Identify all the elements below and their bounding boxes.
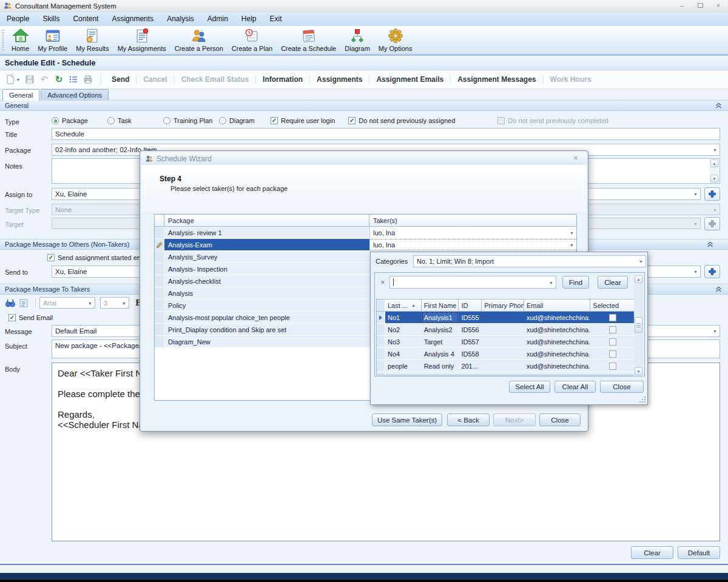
maximize-button[interactable] <box>698 3 703 8</box>
title-input[interactable]: Schedule <box>52 128 720 140</box>
type-radio[interactable]: Package <box>52 117 107 124</box>
find-button[interactable]: Find <box>562 276 589 289</box>
toolbar-create-person[interactable]: Create a Person <box>170 26 228 52</box>
menu-item[interactable]: Admin <box>201 12 235 26</box>
chevron-down-icon[interactable]: ▼ <box>639 259 643 264</box>
edit-toolbar-button[interactable]: Check Email Status <box>174 75 255 84</box>
use-same-takers-button[interactable]: Use Same Taker(s) <box>372 413 442 426</box>
takers-column-header[interactable]: Taker(s) <box>369 215 576 227</box>
person-row[interactable]: No2 Analysis2 ID556 xud@shinetechchina..… <box>377 324 635 336</box>
chevron-down-icon[interactable]: ▼ <box>549 280 553 284</box>
edit-toolbar-button[interactable]: Information <box>255 75 309 84</box>
package-column-header[interactable]: Package <box>164 215 369 227</box>
assign-to-add-button[interactable] <box>704 187 720 201</box>
menu-item[interactable]: Help <box>235 12 263 26</box>
close-button[interactable]: × <box>713 1 723 10</box>
new-document-icon[interactable] <box>5 74 16 85</box>
clear-all-button[interactable]: Clear All <box>554 381 596 393</box>
find-binoculars-icon[interactable] <box>5 298 16 309</box>
first-name-column-header[interactable]: First Name <box>422 299 459 312</box>
send-to-add-button[interactable] <box>704 265 720 278</box>
person-row[interactable]: Siyun Li... Li... qq Liuyun@163.com <box>377 372 635 375</box>
scroll-down-icon[interactable]: ▼ <box>635 367 642 375</box>
toolbar-my-results[interactable]: My Results <box>72 26 113 52</box>
option-checkbox[interactable]: Do not send previously assigned <box>348 117 455 124</box>
categories-dropdown[interactable]: No. 1; Limit; Win 8; Import ▼ <box>413 255 646 267</box>
edit-toolbar-button[interactable]: Work Hours <box>543 75 598 84</box>
chevron-down-icon[interactable]: ▼ <box>693 192 698 196</box>
grid-scrollbar[interactable]: ▲ ▼ <box>634 275 643 375</box>
toolbar-home[interactable]: Home <box>7 26 33 52</box>
menu-item[interactable]: Skills <box>36 12 66 26</box>
option-checkbox[interactable]: Require user login <box>271 117 335 124</box>
edit-toolbar-button[interactable]: Assignment Messages <box>450 75 542 84</box>
scrollbar-thumb[interactable] <box>635 317 642 333</box>
chevron-down-icon[interactable]: ▼ <box>713 148 717 152</box>
wizard-close-icon[interactable]: × <box>571 154 581 163</box>
taker-combo[interactable]: luo, Ina ▼ <box>369 227 576 238</box>
details-list-icon[interactable] <box>68 74 79 85</box>
edit-toolbar-button[interactable]: Send <box>105 75 136 84</box>
person-row[interactable]: people Read only 201... xud@shinetechchi… <box>377 360 635 372</box>
send-email-checkbox[interactable]: Send Email <box>8 314 53 321</box>
email-column-header[interactable]: Email <box>524 299 590 312</box>
tab[interactable]: Advanced Options <box>41 89 109 101</box>
menu-item[interactable]: Exit <box>263 12 289 26</box>
scroll-up-icon[interactable]: ▲ <box>710 159 718 167</box>
menu-item[interactable]: People <box>0 12 36 26</box>
selected-cell[interactable] <box>590 348 635 360</box>
collapse-chevron-icon[interactable] <box>707 241 713 248</box>
edit-toolbar-button[interactable]: Cancel <box>136 75 174 84</box>
selected-cell[interactable] <box>590 312 635 323</box>
resize-grip[interactable] <box>639 396 645 403</box>
default-button[interactable]: Default <box>678 546 720 559</box>
chevron-down-icon[interactable]: ▼ <box>713 329 717 333</box>
picker-close-button[interactable]: Close <box>600 381 644 393</box>
new-document-caret-icon[interactable]: ▼ <box>16 74 21 85</box>
refresh-icon[interactable]: ↻ <box>53 74 64 85</box>
selected-cell[interactable] <box>590 324 635 335</box>
person-row[interactable]: No3 Target ID557 xud@shinetechchina... <box>377 336 635 348</box>
close-find-icon[interactable]: × <box>379 278 387 287</box>
send-started-email-checkbox[interactable]: Send assignment started email <box>47 254 149 261</box>
search-clear-button[interactable]: Clear <box>598 276 628 289</box>
taker-cell[interactable]: luo, Ina ▼ <box>369 239 576 250</box>
toolbar-diagram[interactable]: Diagram <box>340 26 374 52</box>
toolbar-create-plan[interactable]: Create a Plan <box>228 26 277 52</box>
selected-column-header[interactable]: Selected <box>590 299 635 312</box>
type-radio[interactable]: Task <box>107 117 163 124</box>
minimize-button[interactable]: – <box>677 1 687 10</box>
toolbar-my-profile[interactable]: My Profile <box>33 26 72 52</box>
select-all-button[interactable]: Select All <box>509 381 550 393</box>
edit-toolbar-button[interactable]: Assignment Emails <box>369 75 450 84</box>
wizard-package-row[interactable]: Analysis- review 1 luo, Ina ▼ <box>155 227 576 239</box>
insert-field-icon[interactable] <box>18 298 29 309</box>
phone-column-header[interactable]: Primary Phone <box>482 299 524 312</box>
back-button[interactable]: < Back <box>447 413 490 426</box>
edit-toolbar-button[interactable]: Assignments <box>309 75 369 84</box>
menu-item[interactable]: Content <box>66 12 105 26</box>
search-combo-input[interactable]: ▼ <box>389 276 556 289</box>
person-row[interactable]: No1 Analysis1 ID555 xud@shinetechchina..… <box>377 312 635 324</box>
clear-button[interactable]: Clear <box>631 546 673 559</box>
tab[interactable]: General <box>2 89 39 101</box>
chevron-down-icon[interactable]: ▼ <box>693 270 698 274</box>
id-column-header[interactable]: ID <box>459 299 482 312</box>
person-row[interactable]: No4 Analysis 4 ID558 xud@shinetechchina.… <box>377 348 635 360</box>
menu-item[interactable]: Assignments <box>105 12 160 26</box>
type-radio[interactable]: Training Plan <box>163 117 219 124</box>
selected-cell[interactable] <box>590 336 635 347</box>
chevron-down-icon[interactable]: ▼ <box>570 242 574 247</box>
selected-cell[interactable] <box>590 360 635 372</box>
toolbar-create-schedule[interactable]: Create a Schedule <box>277 26 340 52</box>
toolbar-my-assignments[interactable]: My Assignments <box>113 26 170 52</box>
menu-item[interactable]: Analysis <box>160 12 201 26</box>
selected-cell[interactable] <box>590 372 635 375</box>
chevron-down-icon[interactable]: ▼ <box>570 230 574 235</box>
wizard-close-button[interactable]: Close <box>539 413 581 426</box>
taker-combo[interactable]: luo, Ina ▼ <box>369 239 576 250</box>
taker-cell[interactable]: luo, Ina ▼ <box>369 227 576 238</box>
collapse-chevron-icon[interactable] <box>715 102 722 109</box>
last-name-column-header[interactable]: Last ...▲ <box>385 299 422 312</box>
type-radio[interactable]: Diagram <box>219 117 275 124</box>
